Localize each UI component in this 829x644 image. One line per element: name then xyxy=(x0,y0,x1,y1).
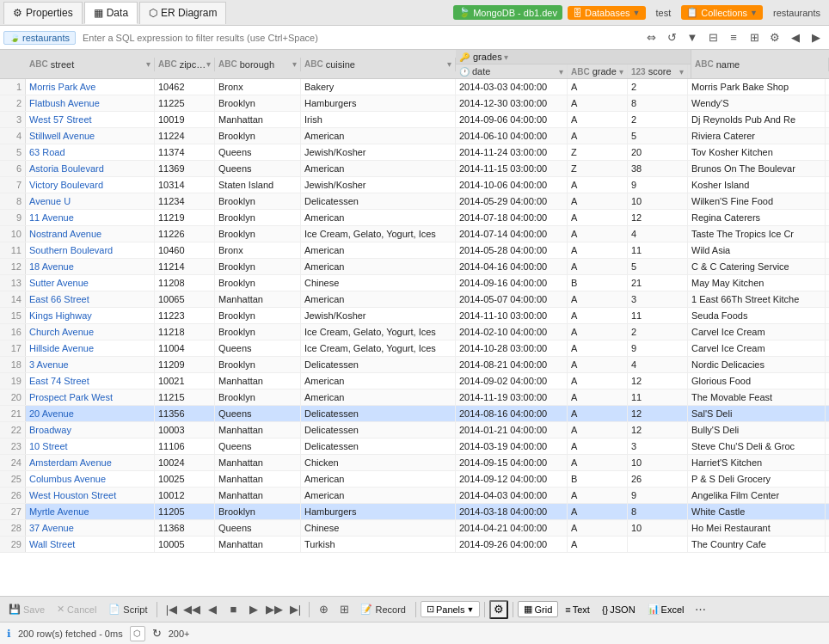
cell-name[interactable]: C & C Catering Service xyxy=(688,259,826,274)
cell-borough[interactable]: Brooklyn xyxy=(215,210,301,225)
cell-cuisine[interactable]: Chinese xyxy=(301,275,456,291)
cell-street[interactable]: Church Avenue xyxy=(26,324,155,340)
cell-borough[interactable]: Brooklyn xyxy=(215,226,301,242)
cell-date[interactable]: 2014-06-10 04:00:00 xyxy=(456,128,568,144)
cell-zip[interactable]: 10021 xyxy=(155,373,215,389)
cell-cuisine[interactable]: Chinese xyxy=(301,520,456,536)
nav-back-btn[interactable]: ◀ xyxy=(786,28,805,47)
cell-score[interactable]: 12 xyxy=(628,373,688,389)
cell-score[interactable]: 2 xyxy=(628,79,688,95)
cell-cuisine[interactable]: American xyxy=(301,389,456,405)
cell-zip[interactable]: 11368 xyxy=(155,520,215,536)
copy-row-btn[interactable]: ⊞ xyxy=(335,600,353,619)
cell-name[interactable]: 1 East 66Th Street Kitche xyxy=(688,291,826,307)
cell-grade[interactable]: A xyxy=(568,226,628,242)
cell-date[interactable]: 2014-11-24 03:00:00 xyxy=(456,144,568,160)
cell-date[interactable]: 2014-09-26 04:00:00 xyxy=(456,537,568,552)
cell-name[interactable]: The Movable Feast xyxy=(688,389,826,405)
cell-borough[interactable]: Queens xyxy=(215,439,301,454)
cell-zip[interactable]: 10024 xyxy=(155,455,215,470)
cell-borough[interactable]: Manhattan xyxy=(215,422,301,438)
cell-score[interactable]: 26 xyxy=(628,471,688,487)
cell-name[interactable]: Nordic Delicacies xyxy=(688,357,826,372)
cell-score[interactable]: 21 xyxy=(628,275,688,291)
cell-name[interactable]: White Castle xyxy=(688,504,826,519)
cell-grade[interactable]: A xyxy=(568,259,628,274)
options-btn[interactable]: ⚙ xyxy=(765,28,784,47)
table-row[interactable]: 5 63 Road 11374 Queens Jewish/Kosher 201… xyxy=(0,144,829,161)
cell-name[interactable]: P & S Deli Grocery xyxy=(688,471,826,487)
cell-date[interactable]: 2014-11-19 03:00:00 xyxy=(456,389,568,405)
table-row[interactable]: 8 Avenue U 11234 Brooklyn Delicatessen 2… xyxy=(0,193,829,210)
cell-cuisine[interactable]: American xyxy=(301,488,456,503)
cell-grade[interactable]: A xyxy=(568,177,628,193)
cell-score[interactable]: 2 xyxy=(628,112,688,127)
cell-score[interactable]: 10 xyxy=(628,455,688,470)
cell-date[interactable]: 2014-11-15 03:00:00 xyxy=(456,161,568,176)
cell-name[interactable]: Wild Asia xyxy=(688,242,826,258)
status-refresh-icon[interactable]: ↻ xyxy=(152,627,162,640)
table-row[interactable]: 22 Broadway 10003 Manhattan Delicatessen… xyxy=(0,422,829,439)
cell-cuisine[interactable]: American xyxy=(301,242,456,258)
cell-street[interactable]: Wall Street xyxy=(26,537,155,552)
cell-grade[interactable]: A xyxy=(568,504,628,519)
cell-score[interactable]: 9 xyxy=(628,340,688,356)
cell-score[interactable]: 3 xyxy=(628,439,688,454)
cell-score[interactable]: 4 xyxy=(628,357,688,372)
cell-name[interactable]: Carvel Ice Cream xyxy=(688,340,826,356)
cell-grade[interactable]: A xyxy=(568,373,628,389)
cell-score[interactable]: 9 xyxy=(628,177,688,193)
cell-street[interactable]: Astoria Boulevard xyxy=(26,161,155,176)
cell-date[interactable]: 2014-10-28 03:00:00 xyxy=(456,340,568,356)
cell-score[interactable]: 5 xyxy=(628,128,688,144)
cell-street[interactable]: Southern Boulevard xyxy=(26,242,155,258)
cell-cuisine[interactable]: American xyxy=(301,471,456,487)
cell-zip[interactable]: 11106 xyxy=(155,439,215,454)
cell-date[interactable]: 2014-05-29 04:00:00 xyxy=(456,193,568,209)
cell-borough[interactable]: Manhattan xyxy=(215,537,301,552)
tab-properties[interactable]: ⚙ Properties xyxy=(3,2,83,24)
cell-cuisine[interactable]: Delicatessen xyxy=(301,406,456,421)
cell-street[interactable]: 20 Avenue xyxy=(26,406,155,421)
cell-name[interactable]: Wilken'S Fine Food xyxy=(688,193,826,209)
cell-grade[interactable]: A xyxy=(568,193,628,209)
cell-name[interactable]: Kosher Island xyxy=(688,177,826,193)
cell-grade[interactable]: B xyxy=(568,471,628,487)
filter4-btn[interactable]: ⊞ xyxy=(745,28,764,47)
cell-borough[interactable]: Brooklyn xyxy=(215,259,301,274)
cell-name[interactable]: Glorious Food xyxy=(688,373,826,389)
cell-zip[interactable]: 11226 xyxy=(155,226,215,242)
cell-street[interactable]: Sutter Avenue xyxy=(26,275,155,291)
cell-cuisine[interactable]: Jewish/Kosher xyxy=(301,177,456,193)
table-row[interactable]: 25 Columbus Avenue 10025 Manhattan Ameri… xyxy=(0,471,829,488)
table-row[interactable]: 3 West 57 Street 10019 Manhattan Irish 2… xyxy=(0,112,829,128)
cell-borough[interactable]: Queens xyxy=(215,406,301,421)
cell-score[interactable]: 11 xyxy=(628,308,688,323)
cell-name[interactable]: Ho Mei Restaurant xyxy=(688,520,826,536)
grade-filter-icon[interactable]: ▾ xyxy=(619,67,623,77)
cell-name[interactable]: May May Kitchen xyxy=(688,275,826,291)
cell-cuisine[interactable]: Hamburgers xyxy=(301,95,456,111)
sql-input[interactable] xyxy=(79,31,638,45)
cell-cuisine[interactable]: American xyxy=(301,291,456,307)
cell-grade[interactable]: A xyxy=(568,210,628,225)
cell-score[interactable]: 11 xyxy=(628,242,688,258)
cell-name[interactable]: Wendy'S xyxy=(688,95,826,111)
cell-name[interactable]: Brunos On The Boulevar xyxy=(688,161,826,176)
table-row[interactable]: 13 Sutter Avenue 11208 Brooklyn Chinese … xyxy=(0,275,829,291)
cell-score[interactable]: 5 xyxy=(628,259,688,274)
cell-cuisine[interactable]: Delicatessen xyxy=(301,439,456,454)
reset-cols-btn[interactable]: ↺ xyxy=(662,28,681,47)
cell-name[interactable]: Sal'S Deli xyxy=(688,406,826,421)
table-row[interactable]: 24 Amsterdam Avenue 10024 Manhattan Chic… xyxy=(0,455,829,471)
nav-prev1-btn[interactable]: ◀ xyxy=(203,600,222,619)
table-row[interactable]: 18 3 Avenue 11209 Brooklyn Delicatessen … xyxy=(0,357,829,373)
cell-date[interactable]: 2014-03-19 04:00:00 xyxy=(456,439,568,454)
table-row[interactable]: 23 10 Street 11106 Queens Delicatessen 2… xyxy=(0,439,829,455)
cell-date[interactable]: 2014-07-14 04:00:00 xyxy=(456,226,568,242)
cell-score[interactable]: 12 xyxy=(628,422,688,438)
cell-street[interactable]: Kings Highway xyxy=(26,308,155,323)
cell-grade[interactable]: A xyxy=(568,324,628,340)
col-header-street[interactable]: ABC street ▾ xyxy=(26,58,155,71)
cell-cuisine[interactable]: American xyxy=(301,259,456,274)
